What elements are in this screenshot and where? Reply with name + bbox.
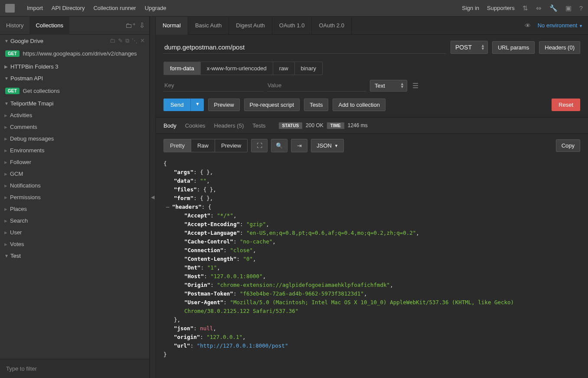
folder-item[interactable]: ▶GCM	[0, 168, 149, 180]
resp-tab-tests[interactable]: Tests	[252, 122, 265, 129]
preview-button[interactable]: Preview	[208, 99, 239, 111]
help-icon[interactable]: ?	[579, 4, 583, 12]
folder-item[interactable]: ▶Places	[0, 203, 149, 215]
caret-right-icon: ▶	[4, 219, 7, 223]
view-pretty[interactable]: Pretty	[164, 139, 191, 152]
url-input[interactable]	[163, 41, 446, 54]
top-upgrade[interactable]: Upgrade	[145, 5, 167, 11]
status-value: 200 OK	[306, 122, 323, 128]
top-import[interactable]: Import	[27, 5, 43, 11]
folder-label: Votes	[10, 241, 24, 247]
collection-label: HTTPBin Folders 3	[10, 63, 59, 70]
caret-down-icon: ▼	[4, 76, 9, 81]
top-signin[interactable]: Sign in	[462, 5, 479, 11]
edit-icon[interactable]: ✎	[118, 37, 123, 44]
top-api-directory[interactable]: API Directory	[52, 5, 85, 11]
body-type-binary[interactable]: binary	[295, 62, 322, 75]
view-preview[interactable]: Preview	[215, 139, 247, 152]
app-icon	[5, 4, 15, 13]
interceptor-icon[interactable]: ⇅	[523, 4, 528, 12]
kv-type-select[interactable]: Text ▲▼	[370, 80, 407, 92]
view-raw[interactable]: Raw	[191, 139, 215, 152]
search-icon[interactable]: 🔍	[271, 139, 287, 152]
caret-right-icon: ▶	[4, 113, 7, 118]
expand-icon[interactable]: ⛶	[251, 139, 268, 152]
collection-postman-api[interactable]: ▼ Postman API	[0, 72, 149, 84]
method-select[interactable]: POST ▲▼	[451, 41, 488, 54]
folder-label: Permissions	[10, 194, 41, 201]
reset-button[interactable]: Reset	[552, 99, 580, 111]
folder-item[interactable]: ▶Votes	[0, 238, 149, 250]
folder-item[interactable]: ▶Follower	[0, 156, 149, 168]
share-icon[interactable]: ⋱	[132, 37, 137, 44]
copy-icon[interactable]: ⧉	[125, 37, 129, 44]
folder-item[interactable]: ▶Activities	[0, 109, 149, 121]
copy-button[interactable]: Copy	[556, 139, 580, 152]
add-folder-icon[interactable]: 🗀	[110, 37, 115, 44]
folder-label: Follower	[10, 159, 31, 165]
prerequest-button[interactable]: Pre-request script	[244, 99, 300, 111]
sidebar-tab-collections[interactable]: Collections	[29, 16, 69, 35]
add-collection-icon[interactable]: 🗀⁺	[125, 21, 136, 30]
lang-select[interactable]: JSON ▼	[311, 139, 344, 152]
body-type-formdata[interactable]: form-data	[164, 62, 201, 75]
body-type-raw[interactable]: raw	[273, 62, 295, 75]
caret-right-icon: ▶	[4, 184, 7, 188]
sidebar-drag-handle[interactable]: ◀	[150, 16, 156, 378]
auth-tab-basic[interactable]: Basic Auth	[188, 16, 229, 35]
folder-item[interactable]: ▶Debug messages	[0, 133, 149, 145]
eye-icon[interactable]: 👁	[525, 22, 531, 29]
folder-item[interactable]: ▶Permissions	[0, 191, 149, 203]
resp-tab-cookies[interactable]: Cookies	[185, 122, 206, 129]
sync-icon[interactable]: ⇔	[536, 4, 542, 12]
collection-httpbin[interactable]: ▶ HTTPBin Folders 3	[0, 61, 149, 72]
folder-label: User	[10, 229, 22, 236]
chevron-left-icon: ◀	[151, 194, 154, 200]
collection-label: Test	[10, 253, 21, 259]
url-params-button[interactable]: URL params	[492, 41, 535, 54]
collection-teliport[interactable]: ▼ TeliportMe Tmapi	[0, 98, 149, 109]
caret-right-icon: ▶	[4, 207, 7, 211]
wrench-icon[interactable]: 🔧	[549, 4, 558, 12]
folder-item[interactable]: ▶Notifications	[0, 180, 149, 191]
caret-down-icon: ▼	[334, 144, 338, 148]
kv-value-input[interactable]	[267, 79, 366, 92]
auth-tab-oauth2[interactable]: OAuth 2.0	[312, 16, 352, 35]
sidebar-tab-history[interactable]: History	[0, 16, 29, 35]
time-label: TIME	[327, 122, 344, 129]
filter-input[interactable]	[3, 363, 146, 375]
import-collection-icon[interactable]: ⇩	[139, 21, 145, 30]
send-dropdown[interactable]: ▼	[190, 99, 204, 111]
environment-selector[interactable]: No environment ▼	[538, 22, 583, 29]
caret-right-icon: ▶	[4, 125, 7, 129]
folder-item[interactable]: ▶Comments	[0, 121, 149, 133]
bulk-edit-icon[interactable]: ☰	[412, 82, 418, 90]
send-button[interactable]: Send	[163, 99, 190, 111]
delete-icon[interactable]: ✕	[140, 37, 145, 44]
collection-test[interactable]: ▼ Test	[0, 250, 149, 262]
folder-label: Environments	[10, 147, 44, 154]
resp-tab-body[interactable]: Body	[163, 122, 176, 129]
caret-down-icon: ▼	[4, 253, 9, 258]
auth-tab-normal[interactable]: Normal	[156, 16, 188, 35]
folder-item[interactable]: ▶User	[0, 227, 149, 238]
headers-button[interactable]: Headers (0)	[539, 41, 580, 54]
add-to-collection-button[interactable]: Add to collection	[333, 99, 385, 111]
tests-button[interactable]: Tests	[304, 99, 328, 111]
request-item[interactable]: GET https://www.googleapis.com/drive/v2/…	[0, 47, 149, 61]
status-label: STATUS	[279, 122, 303, 129]
twitter-icon[interactable]: ▣	[565, 4, 572, 12]
folder-item[interactable]: ▶Search	[0, 215, 149, 227]
collection-google-drive[interactable]: ▼ Google Drive 🗀 ✎ ⧉ ⋱ ✕	[0, 35, 149, 47]
top-supporters[interactable]: Supporters	[487, 5, 515, 11]
caret-right-icon: ▶	[4, 64, 9, 69]
top-collection-runner[interactable]: Collection runner	[93, 5, 136, 11]
auth-tab-digest[interactable]: Digest Auth	[229, 16, 272, 35]
auth-tab-oauth1[interactable]: OAuth 1.0	[272, 16, 312, 35]
folder-item[interactable]: ▶Environments	[0, 145, 149, 156]
resp-tab-headers[interactable]: Headers (5)	[214, 122, 244, 129]
wrap-icon[interactable]: ⇥	[291, 139, 307, 152]
kv-key-input[interactable]	[163, 79, 263, 92]
body-type-urlencoded[interactable]: x-www-form-urlencoded	[201, 62, 273, 75]
request-item[interactable]: GET Get collections	[0, 84, 149, 98]
